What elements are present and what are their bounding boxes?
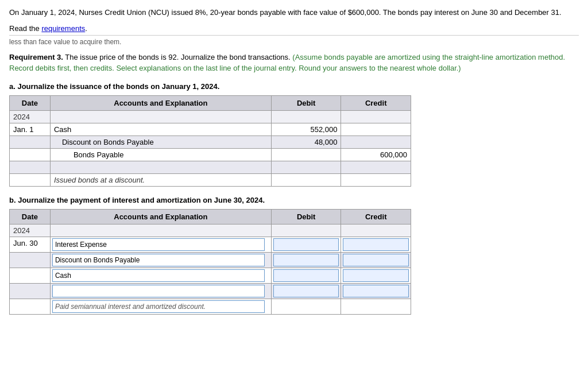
section-a-table: Date Accounts and Explanation Debit Cred… xyxy=(9,95,411,187)
account-discount: Discount on Bonds Payable xyxy=(50,136,271,148)
read-line: Read the requirements. xyxy=(9,24,579,33)
table-row: Jun. 30 xyxy=(10,237,411,252)
section-a-label: a. Journalize the issuance of the bonds … xyxy=(9,82,579,91)
account-cash: Cash xyxy=(50,123,271,136)
credit-empty-b-input[interactable] xyxy=(343,285,409,297)
table-row: Bonds Payable 600,000 xyxy=(10,148,411,161)
table-row xyxy=(10,252,411,268)
col-header-account-b: Accounts and Explanation xyxy=(50,209,271,224)
year-row-b: 2024 xyxy=(10,224,411,237)
table-row: Discount on Bonds Payable 48,000 xyxy=(10,136,411,148)
debit-discount-b-input[interactable] xyxy=(273,254,339,266)
note-row-b xyxy=(10,299,411,314)
section-b-label: b. Journalize the payment of interest an… xyxy=(9,196,579,204)
requirement-block: Requirement 3. The issue price of the bo… xyxy=(9,52,579,74)
col-header-date-b: Date xyxy=(10,209,51,224)
col-header-credit-b: Credit xyxy=(341,209,411,224)
empty-row-a xyxy=(10,161,411,173)
requirements-link[interactable]: requirements xyxy=(41,24,85,33)
year-b: 2024 xyxy=(10,224,51,237)
table-row xyxy=(10,268,411,283)
account-bonds-payable: Bonds Payable xyxy=(50,148,271,161)
date-jan1: Jan. 1 xyxy=(10,123,51,136)
year-row-a: 2024 xyxy=(10,110,411,123)
account-interest-expense-input[interactable] xyxy=(52,238,265,251)
note-b-input[interactable] xyxy=(52,300,265,313)
credit-bonds-payable: 600,000 xyxy=(341,148,411,161)
col-header-credit-a: Credit xyxy=(341,95,411,110)
date-jun30: Jun. 30 xyxy=(10,237,51,252)
credit-discount-b-input[interactable] xyxy=(343,254,409,266)
read-prefix: Read the xyxy=(9,24,41,33)
credit-cash-b-input[interactable] xyxy=(343,269,409,282)
col-header-debit-b: Debit xyxy=(271,209,341,224)
credit-interest-expense-input[interactable] xyxy=(343,238,409,251)
read-suffix: . xyxy=(85,24,87,33)
table-row xyxy=(10,283,411,299)
requirement-label: Requirement 3. xyxy=(9,53,63,61)
section-b-table: Date Accounts and Explanation Debit Cred… xyxy=(9,209,411,315)
note-row-a: Issued bonds at a discount. xyxy=(10,173,411,186)
col-header-date-a: Date xyxy=(10,95,51,110)
note-a: Issued bonds at a discount. xyxy=(50,173,271,186)
col-header-account-a: Accounts and Explanation xyxy=(50,95,271,110)
col-header-debit-a: Debit xyxy=(271,95,341,110)
account-empty-b-input[interactable] xyxy=(52,285,265,297)
debit-discount: 48,000 xyxy=(271,136,341,148)
account-discount-b-input[interactable] xyxy=(52,254,265,266)
intro-text: On January 1, 2024, Nurses Credit Union … xyxy=(9,7,579,18)
account-cash-b-input[interactable] xyxy=(52,269,265,282)
debit-interest-expense-input[interactable] xyxy=(273,238,339,251)
requirement-main: The issue price of the bonds is 92. Jour… xyxy=(65,53,290,61)
cut-text: less than face value to acquire them. xyxy=(9,35,579,46)
year-a: 2024 xyxy=(10,110,51,123)
debit-empty-b-input[interactable] xyxy=(273,285,339,297)
table-row: Jan. 1 Cash 552,000 xyxy=(10,123,411,136)
debit-cash-b-input[interactable] xyxy=(273,269,339,282)
debit-cash: 552,000 xyxy=(271,123,341,136)
